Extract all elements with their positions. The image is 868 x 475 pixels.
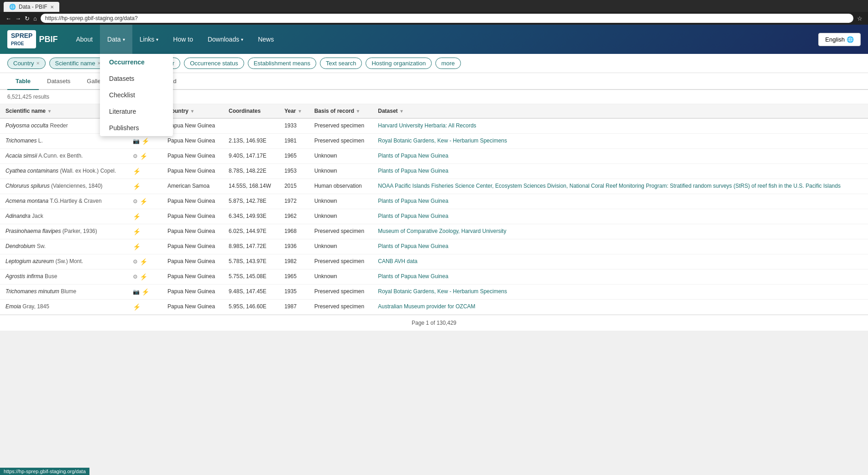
cell-dataset[interactable]: CANB AVH data — [372, 254, 868, 269]
scientific-name-text[interactable]: Leptogium azureum — [5, 258, 54, 264]
nav-refresh-button[interactable]: ↻ — [25, 15, 30, 22]
col-header-year[interactable]: Year ▼ — [279, 104, 309, 118]
dataset-link[interactable]: Royal Botanic Gardens, Kew - Herbarium S… — [378, 288, 507, 295]
cell-dataset[interactable]: Plants of Papua New Guinea — [372, 194, 868, 209]
cell-scientific-name: Acacia simsii A.Cunn. ex Benth. — [0, 149, 127, 164]
table-row[interactable]: Leptogium azureum (Sw.) Mont.⚙⚡Papua New… — [0, 254, 868, 269]
table-row[interactable]: Dendrobium Sw.⚡Papua New Guinea8.98S, 14… — [0, 239, 868, 254]
cell-dataset[interactable]: Royal Botanic Gardens, Kew - Herbarium S… — [372, 285, 868, 300]
table-row[interactable]: Chlorurus spilurus (Valenciennes, 1840)⚡… — [0, 179, 868, 194]
scientific-name-text[interactable]: Acacia simsii — [5, 153, 37, 159]
nav-item-links[interactable]: Links ▾ — [132, 25, 166, 54]
cell-basis-of-record: Preserved specimen — [309, 224, 373, 239]
cell-dataset[interactable]: Plants of Papua New Guinea — [372, 209, 868, 224]
scientific-name-text[interactable]: Prasinohaema flavipes — [5, 228, 61, 234]
tab-datasets[interactable]: Datasets — [39, 73, 78, 90]
filter-country-close[interactable]: ✕ — [36, 61, 40, 66]
dataset-link[interactable]: Harvard University Herbaria: All Records — [378, 122, 476, 129]
cell-scientific-name: Leptogium azureum (Sw.) Mont. — [0, 254, 127, 269]
dataset-link[interactable]: Plants of Papua New Guinea — [378, 168, 448, 174]
table-row[interactable]: Prasinohaema flavipes (Parker, 1936)⚡Pap… — [0, 224, 868, 239]
scientific-name-text[interactable]: Dendrobium — [5, 243, 35, 249]
cell-year: 1965 — [279, 149, 309, 164]
scientific-name-text[interactable]: Emoia — [5, 303, 21, 310]
dataset-link[interactable]: NOAA Pacific Islands Fisheries Science C… — [378, 183, 841, 189]
wheel-icon: ⚙ — [133, 259, 138, 265]
cell-dataset[interactable]: Harvard University Herbaria: All Records — [372, 118, 868, 134]
nav-item-downloads[interactable]: Downloads ▾ — [200, 25, 251, 54]
dropdown-item-occurrence[interactable]: Occurrence — [100, 54, 173, 70]
cell-coordinates: 5.95S, 146.60E — [223, 300, 279, 315]
table-row[interactable]: Acmena montana T.G.Hartley & Craven⚙⚡Pap… — [0, 194, 868, 209]
scientific-name-text[interactable]: Acmena montana — [5, 198, 48, 204]
col-header-basis-of-record[interactable]: Basis of record ▼ — [309, 104, 373, 118]
filter-occurrence-status[interactable]: Occurrence status — [184, 58, 244, 69]
cell-dataset[interactable]: Plants of Papua New Guinea — [372, 149, 868, 164]
cell-dataset[interactable]: Plants of Papua New Guinea — [372, 164, 868, 179]
dataset-link[interactable]: Plants of Papua New Guinea — [378, 273, 448, 280]
scientific-name-text[interactable]: Trichomanes minutum — [5, 288, 59, 295]
home-button[interactable]: ⌂ — [33, 15, 37, 22]
filter-establishment-means[interactable]: Establishment means — [248, 58, 316, 69]
dataset-link[interactable]: Museum of Comparative Zoology, Harvard U… — [378, 228, 506, 234]
cell-year: 1972 — [279, 194, 309, 209]
cell-dataset[interactable]: Royal Botanic Gardens, Kew - Herbarium S… — [372, 134, 868, 149]
nav-item-data[interactable]: Data ▾ — [100, 25, 132, 54]
nav-item-news[interactable]: News — [251, 25, 281, 54]
cell-year: 1981 — [279, 134, 309, 149]
table-row[interactable]: Emoia Gray, 1845⚡Papua New Guinea5.95S, … — [0, 300, 868, 315]
dropdown-item-datasets[interactable]: Datasets — [100, 70, 173, 87]
logo-abbr: SPREP — [11, 32, 32, 39]
filter-text-search[interactable]: Text search — [320, 58, 362, 69]
dataset-link[interactable]: CANB AVH data — [378, 258, 417, 264]
tab-close-button[interactable]: ✕ — [50, 5, 54, 10]
cell-dataset[interactable]: Plants of Papua New Guinea — [372, 239, 868, 254]
cell-year: 1935 — [279, 285, 309, 300]
cell-dataset[interactable]: NOAA Pacific Islands Fisheries Science C… — [372, 179, 868, 194]
tab-table[interactable]: Table — [7, 73, 39, 90]
table-row[interactable]: Acacia simsii A.Cunn. ex Benth.⚙⚡Papua N… — [0, 149, 868, 164]
scientific-name-text[interactable]: Cyathea contaminans — [5, 168, 58, 174]
dataset-link[interactable]: Plants of Papua New Guinea — [378, 243, 448, 249]
table-row[interactable]: Adinandra Jack⚡Papua New Guinea6.34S, 14… — [0, 209, 868, 224]
active-tab[interactable]: 🌐 Data - PBIF ✕ — [4, 2, 59, 12]
cell-dataset[interactable]: Plants of Papua New Guinea — [372, 269, 868, 285]
cell-icons: ⚙⚡ — [127, 194, 162, 209]
table-row[interactable]: Agrostis infirma Buse⚙⚡Papua New Guinea5… — [0, 269, 868, 285]
dataset-link[interactable]: Plants of Papua New Guinea — [378, 153, 448, 159]
cell-scientific-name: Agrostis infirma Buse — [0, 269, 127, 285]
cell-coordinates: 8.78S, 148.22E — [223, 164, 279, 179]
bookmark-icon[interactable]: ☆ — [857, 15, 863, 22]
scientific-name-text[interactable]: Adinandra — [5, 213, 31, 219]
filter-more[interactable]: more — [435, 58, 461, 69]
scientific-name-text[interactable]: Chlorurus spilurus — [5, 183, 50, 189]
dropdown-item-publishers[interactable]: Publishers — [100, 120, 173, 136]
author-text: Jack — [32, 213, 43, 219]
dataset-link[interactable]: Plants of Papua New Guinea — [378, 213, 448, 219]
nav-forward-button[interactable]: → — [15, 15, 21, 22]
scientific-name-text[interactable]: Agrostis infirma — [5, 273, 43, 280]
scientific-name-text[interactable]: Trichomanes — [5, 137, 37, 144]
col-header-dataset[interactable]: Dataset ▼ — [372, 104, 868, 118]
url-input[interactable] — [41, 14, 853, 23]
table-row[interactable]: Trichomanes minutum Blume📷⚡Papua New Gui… — [0, 285, 868, 300]
scientific-name-text[interactable]: Polyosma occulta — [5, 122, 48, 129]
cell-basis-of-record: Preserved specimen — [309, 254, 373, 269]
nav-item-howto[interactable]: How to — [166, 25, 200, 54]
dataset-link[interactable]: Royal Botanic Gardens, Kew - Herbarium S… — [378, 137, 507, 144]
dataset-link[interactable]: Australian Museum provider for OZCAM — [378, 303, 475, 310]
cell-dataset[interactable]: Museum of Comparative Zoology, Harvard U… — [372, 224, 868, 239]
nav-back-button[interactable]: ← — [5, 15, 11, 22]
language-button[interactable]: English 🌐 — [818, 33, 861, 46]
table-row[interactable]: Cyathea contaminans (Wall. ex Hook.) Cop… — [0, 164, 868, 179]
dataset-link[interactable]: Plants of Papua New Guinea — [378, 198, 448, 204]
cell-coordinates: 2.13S, 146.93E — [223, 134, 279, 149]
nav-item-about[interactable]: About — [68, 25, 100, 54]
dropdown-item-checklist[interactable]: Checklist — [100, 87, 173, 103]
filter-hosting-org[interactable]: Hosting organization — [366, 58, 432, 69]
dropdown-item-literature[interactable]: Literature — [100, 103, 173, 120]
filter-scientific-name[interactable]: Scientific name ✕ — [49, 58, 107, 69]
cell-icons: ⚙⚡ — [127, 149, 162, 164]
cell-dataset[interactable]: Australian Museum provider for OZCAM — [372, 300, 868, 315]
filter-country[interactable]: Country ✕ — [7, 58, 46, 69]
